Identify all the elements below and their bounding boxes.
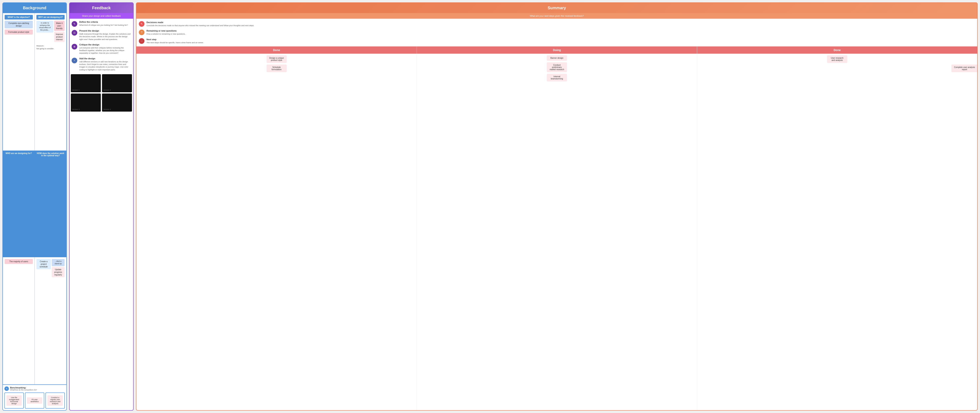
version-label-1: Version 2 <box>103 89 111 91</box>
sticky-update[interactable]: Update progress regularly <box>52 267 65 277</box>
what-header: WHAT is the objective? <box>5 15 33 19</box>
feedback-text-2: Critique the design Let everyone add the… <box>79 43 131 54</box>
sticky-complete[interactable]: Complete eye-catching design <box>5 21 33 29</box>
version-box-2: Version 3 <box>71 94 101 111</box>
feedback-body-2: Let everyone add their critiques before … <box>79 46 131 54</box>
sticky-make[interactable]: Make it user-friendly <box>54 21 65 31</box>
version-label-0: Version 1 <box>72 89 80 91</box>
feedback-item-1: ⊡ Present the design Walk everyone throu… <box>72 30 131 41</box>
feedback-subheader: Share your design and collect feedback <box>70 13 133 19</box>
feedback-title-0: Define the criteria <box>79 21 128 23</box>
summary-text-2: Next step The next steps should be speci… <box>146 38 204 44</box>
kanban-cards-2: User research and analysis Complete user… <box>697 54 977 74</box>
bench-subtitle: What/how do the competitors do? <box>10 389 37 391</box>
kanban-col-0: Done Design a unique product style Sched… <box>137 46 417 410</box>
kanban-section: Done Design a unique product style Sched… <box>137 46 977 410</box>
how-cell: Create a project schedule ...duct a stan… <box>35 257 67 384</box>
summary-body-1: Fina a solution to remaining or new ques… <box>146 33 186 35</box>
bench-card-0[interactable]: Use the exaggerated horizontal design <box>5 392 24 408</box>
kanban-header-2: Done <box>697 46 977 54</box>
kanban-card-1-1[interactable]: Conduct preliminary market research <box>547 62 567 72</box>
sticky-majority[interactable]: The majority of users <box>5 259 33 264</box>
summary-item-1: ? Remaining or new questions Fina a solu… <box>139 30 975 35</box>
feedback-panel: Feedback Share your design and collect f… <box>69 2 134 411</box>
bench-card-2-text: Conduct a regular user research and anal… <box>48 395 63 406</box>
why-header: WHY are we designing it? <box>37 15 65 19</box>
kanban-header-0: Done <box>137 46 417 54</box>
feedback-body-3: Add different versions or add new iterat… <box>79 60 131 71</box>
version-box-3: Version 4 <box>102 94 132 111</box>
summary-icon-1: ? <box>139 30 145 35</box>
sticky-enhance[interactable]: In order to enhance the visual effect of… <box>37 21 53 33</box>
what-cell: WHAT is the objective? Complete eye-catc… <box>3 13 35 151</box>
version-grid: Version 1 Version 2 Version 3 Version 4 <box>70 73 133 113</box>
who-cell: The majority of users <box>3 257 35 384</box>
kanban-card-1-0[interactable]: Banner design <box>547 55 567 61</box>
kanban-col-1: Doing Banner design Conduct preliminary … <box>417 46 697 410</box>
version-box-1: Version 2 <box>102 74 132 92</box>
benchmarking-header: ✎ Benchmarking: What/how do the competit… <box>5 386 65 391</box>
feedback-text-3: Add the design Add different versions or… <box>79 57 131 71</box>
feedback-item-0: ✎ Define the criteria What kind of criti… <box>72 21 131 27</box>
sticky-duct[interactable]: ...duct a stand-up <box>52 259 65 266</box>
summary-title-0: Decisions made <box>146 21 254 24</box>
background-title: Background <box>3 3 67 13</box>
kanban-col-2: Done User research and analysis Complete… <box>697 46 977 410</box>
bench-card-0-text: Use the exaggerated horizontal design <box>6 395 22 406</box>
kanban-card-2-1[interactable]: Complete user analysis report <box>951 65 978 72</box>
feedback-item-2: ⊕ Critique the design Let everyone add t… <box>72 43 131 54</box>
bench-title: Benchmarking: <box>10 386 37 389</box>
feedback-icon-1: ⊡ <box>72 30 77 36</box>
background-panel: Background WHAT is the objective? Comple… <box>2 2 67 411</box>
summary-item-2: → Next step The next steps should be spe… <box>139 38 975 44</box>
summary-text-0: Decisions made Conclude the decisions ma… <box>146 21 254 27</box>
feedback-text-0: Define the criteria What kind of critiqu… <box>79 21 128 26</box>
feedback-title-2: Critique the design <box>79 43 131 46</box>
summary-decisions: ✎ Decisions made Conclude the decisions … <box>137 19 977 46</box>
feedback-items: ✎ Define the criteria What kind of criti… <box>70 19 133 73</box>
summary-subheader: What are your next steps given the recei… <box>137 13 977 19</box>
feedback-body-0: What kind of critique are you looking fo… <box>79 24 128 26</box>
summary-title-1: Remaining or new questions <box>146 30 186 32</box>
feedback-item-3: + Add the design Add different versions … <box>72 57 131 71</box>
summary-panel: Summary What are your next steps given t… <box>136 2 978 411</box>
kanban-card-1-2[interactable]: Internal brainstorming <box>547 74 567 81</box>
summary-icon-0: ✎ <box>139 21 145 27</box>
bench-title-group: Benchmarking: What/how do the competitor… <box>10 386 37 391</box>
feedback-title-1: Present the design <box>79 30 131 32</box>
bench-card-1-text: Fit user aesthetics <box>27 397 42 404</box>
benchmarking-section: ✎ Benchmarking: What/how do the competit… <box>3 384 67 410</box>
feedback-body-1: Walk everyone through the design. Explai… <box>79 33 131 41</box>
why-cell: WHY are we designing it? In order to enh… <box>35 13 67 151</box>
feedback-icon-0: ✎ <box>72 21 77 27</box>
measure-label: Measure: <box>37 45 65 47</box>
sticky-create[interactable]: Create a project schedule <box>37 259 51 269</box>
bench-card-1[interactable]: Fit user aesthetics <box>25 392 44 408</box>
bench-icon: ✎ <box>5 386 9 391</box>
feedback-text-1: Present the design Walk everyone through… <box>79 30 131 41</box>
kanban-cards-1: Banner design Conduct preliminary market… <box>417 54 697 83</box>
bench-cards: Use the exaggerated horizontal design Fi… <box>5 392 65 408</box>
version-label-3: Version 4 <box>103 108 111 110</box>
kanban-card-2-0[interactable]: User research and analysis <box>827 55 847 63</box>
how-header: HOW does the solution work in the optima… <box>35 151 67 257</box>
feedback-title: Feedback <box>70 3 133 13</box>
summary-item-0: ✎ Decisions made Conclude the decisions … <box>139 21 975 27</box>
bottom-headers: WHO are we designing for? HOW does the s… <box>3 151 67 257</box>
sticky-formulate[interactable]: Formulate product style <box>5 30 33 35</box>
kanban-card-0-0[interactable]: Design a unique product style <box>267 55 287 63</box>
bench-card-2[interactable]: Conduct a regular user research and anal… <box>46 392 65 408</box>
kanban-header-1: Doing <box>417 46 697 54</box>
measure-value: Not going to consider: <box>37 48 65 50</box>
kanban-cards-0: Design a unique product style Schedule f… <box>137 54 417 74</box>
kanban-card-0-1[interactable]: Schedule formulation <box>267 65 287 72</box>
background-grid: WHAT is the objective? Complete eye-catc… <box>3 13 67 384</box>
version-label-2: Version 3 <box>72 108 80 110</box>
who-header: WHO are we designing for? <box>3 151 35 257</box>
version-box-0: Version 1 <box>71 74 101 92</box>
summary-body-0: Conclude the decisions made so that anyo… <box>146 24 254 27</box>
feedback-icon-2: ⊕ <box>72 44 77 49</box>
summary-body-2: The next steps should be specific, have … <box>146 41 204 44</box>
summary-text-1: Remaining or new questions Fina a soluti… <box>146 30 186 35</box>
sticky-improve[interactable]: Improve product interest <box>54 32 65 42</box>
